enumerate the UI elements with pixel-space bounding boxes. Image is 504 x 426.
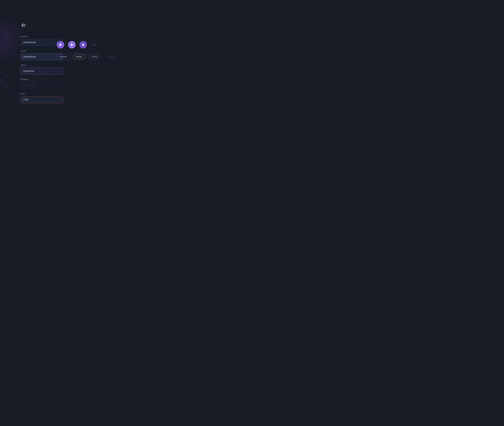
field-group-disabled: Disabled [21, 78, 63, 89]
text-btn-normal[interactable]: Normal [57, 54, 70, 60]
label-normal: Normal [21, 35, 63, 38]
text-btn-disabled: Disabled [104, 54, 118, 60]
text-btn-press[interactable]: Press [88, 54, 101, 60]
label-error: Error [21, 93, 63, 95]
icon-btn-normal[interactable] [57, 41, 64, 49]
play-arrow-press-icon [82, 43, 84, 46]
field-group-active: Active [21, 64, 63, 75]
icon-btn-hover[interactable] [68, 41, 76, 49]
logo [21, 22, 63, 29]
play-arrow-disabled-icon [94, 43, 96, 46]
play-arrow-hover-icon [71, 43, 73, 46]
play-arrow-normal-icon [60, 43, 62, 46]
logo-icon [21, 22, 27, 28]
text-btn-disabled-label: Disabled [107, 56, 115, 58]
icon-btn-disabled [91, 41, 98, 49]
icon-buttons-row [57, 41, 118, 49]
input-disabled [21, 82, 63, 89]
main-content: Normal Hover Active Disabled Error [21, 22, 63, 107]
text-buttons-row: Normal Hover Press Disabled [57, 54, 118, 60]
text-btn-press-label: Press [92, 56, 97, 58]
label-active: Active [21, 64, 63, 66]
field-group-error: Error [21, 93, 63, 103]
bg-glow-decoration [0, 16, 22, 63]
label-disabled: Disabled [21, 78, 63, 81]
input-active[interactable] [21, 68, 63, 75]
buttons-section: Normal Hover Press Disabled [57, 41, 118, 60]
icon-btn-press[interactable] [79, 41, 87, 49]
svg-point-0 [23, 25, 24, 26]
text-btn-hover-label: Hover [76, 56, 82, 58]
text-btn-normal-label: Normal [60, 56, 67, 58]
input-error[interactable] [21, 96, 63, 103]
text-btn-hover[interactable]: Hover [73, 54, 85, 60]
